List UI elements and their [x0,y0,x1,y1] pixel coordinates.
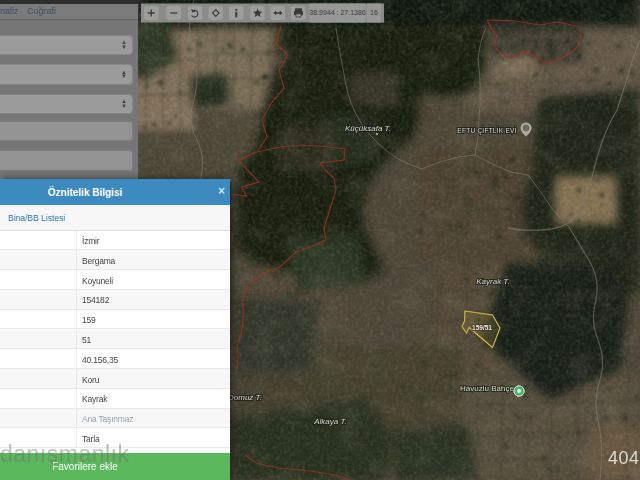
svg-text:Küçüksafa T.: Küçüksafa T. [345,124,391,133]
svg-text:16: 16 [370,9,378,16]
svg-text:Domuz T.: Domuz T. [228,393,262,402]
svg-text:EFTU ÇİFTLİK EVİ: EFTU ÇİFTLİK EVİ [457,126,516,135]
svg-text:38.9944 : 27.1386: 38.9944 : 27.1386 [309,9,366,16]
svg-text:159/51: 159/51 [472,324,492,331]
svg-text:Alkaya T.: Alkaya T. [313,417,347,426]
svg-text:Kayrak T.: Kayrak T. [476,277,510,286]
svg-text:Havuzlu Bahçe: Havuzlu Bahçe [460,384,514,393]
